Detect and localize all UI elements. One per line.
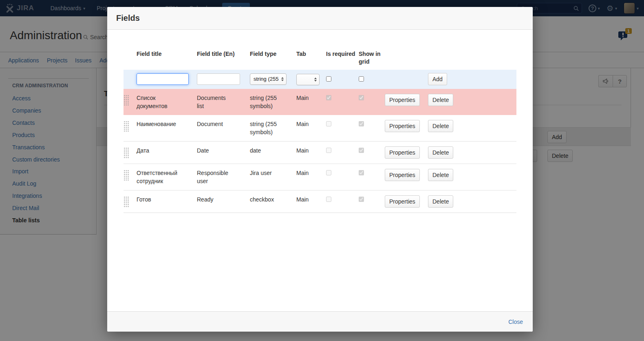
add-field-button[interactable]: Add (428, 73, 447, 85)
field-tab: Main (296, 169, 323, 177)
field-title: Готов (137, 195, 184, 204)
show-in-grid-checkbox (359, 148, 364, 153)
dialog-title: Fields (116, 13, 140, 23)
new-field-tab-select[interactable] (296, 74, 320, 85)
field-title-en: Date (197, 146, 231, 155)
new-field-title-input[interactable] (137, 73, 189, 85)
field-tab: Main (296, 120, 323, 128)
field-title: Дата (137, 146, 184, 155)
show-in-grid-checkbox (359, 170, 364, 175)
properties-button[interactable]: Properties (385, 94, 420, 106)
field-tab: Main (296, 195, 323, 204)
field-row-date: Дата Date date Main Properties Delete (124, 142, 516, 164)
new-show-in-grid-checkbox[interactable] (359, 76, 364, 82)
col-tab: Tab (296, 42, 326, 70)
select-stepper-icon (314, 78, 317, 82)
field-tab: Main (296, 94, 323, 102)
select-stepper-icon (281, 77, 284, 81)
table-header-row: Field title Field title (En) Field type … (124, 42, 516, 70)
drag-handle-icon[interactable] (124, 147, 129, 158)
delete-button[interactable]: Delete (428, 169, 453, 181)
field-title-en: Responsible user (197, 169, 231, 185)
dialog-body: Field title Field title (En) Field type … (107, 30, 533, 311)
application-window: JIRA Dashboards▾ Projects▾ Issues▾ CRM C… (0, 0, 644, 341)
show-in-grid-checkbox (359, 197, 364, 202)
col-field-title: Field title (137, 42, 197, 70)
is-required-checkbox (326, 197, 331, 202)
drag-handle-icon[interactable] (124, 170, 129, 181)
field-title: Список документов (137, 94, 184, 110)
is-required-checkbox (326, 148, 331, 153)
field-row-responsible-user: Ответственный сотрудник Responsible user… (124, 164, 516, 190)
dialog-footer: Close (107, 311, 533, 332)
is-required-checkbox (326, 121, 331, 126)
drag-handle-icon[interactable] (124, 196, 129, 207)
col-show-in-grid: Show in grid (359, 42, 385, 70)
close-dialog-link[interactable]: Close (508, 319, 523, 325)
field-row-ready: Готов Ready checkbox Main Properties Del… (124, 190, 516, 213)
field-type: checkbox (250, 195, 279, 204)
delete-button[interactable]: Delete (428, 195, 453, 208)
new-field-type-select[interactable]: string (255 (250, 73, 287, 85)
drag-handle-icon[interactable] (124, 121, 129, 132)
properties-button[interactable]: Properties (385, 146, 420, 159)
field-title-en: Document (197, 120, 231, 128)
dialog-header: Fields (107, 7, 533, 30)
fields-dialog: Fields Field title Field title (En) Fiel… (107, 7, 533, 332)
properties-button[interactable]: Properties (385, 120, 420, 132)
drag-handle-icon[interactable] (124, 95, 129, 106)
delete-button[interactable]: Delete (428, 120, 453, 132)
col-field-type: Field type (250, 42, 296, 70)
show-in-grid-checkbox (359, 95, 364, 100)
properties-button[interactable]: Properties (385, 195, 420, 208)
new-field-row: string (255 Add (124, 70, 516, 89)
field-type: date (250, 146, 279, 155)
field-row-documents-list: Список документов Documents list string … (124, 89, 516, 115)
field-type: string (255 symbols) (250, 94, 279, 110)
show-in-grid-checkbox (359, 121, 364, 126)
col-is-required: Is required (326, 42, 359, 70)
field-type: string (255 symbols) (250, 120, 279, 136)
col-field-title-en: Field title (En) (197, 42, 250, 70)
field-type: Jira user (250, 169, 279, 177)
field-tab: Main (296, 146, 323, 155)
new-field-title-en-input[interactable] (197, 73, 240, 85)
field-title: Наименование (137, 120, 184, 128)
field-title-en: Documents list (197, 94, 231, 110)
new-is-required-checkbox[interactable] (326, 76, 331, 82)
field-title: Ответственный сотрудник (137, 169, 184, 185)
properties-button[interactable]: Properties (385, 169, 420, 181)
delete-button[interactable]: Delete (428, 94, 453, 106)
field-title-en: Ready (197, 195, 231, 204)
field-row-document: Наименование Document string (255 symbol… (124, 115, 516, 142)
delete-button[interactable]: Delete (428, 146, 453, 159)
is-required-checkbox (326, 95, 331, 100)
is-required-checkbox (326, 170, 331, 175)
fields-table: Field title Field title (En) Field type … (124, 42, 516, 213)
